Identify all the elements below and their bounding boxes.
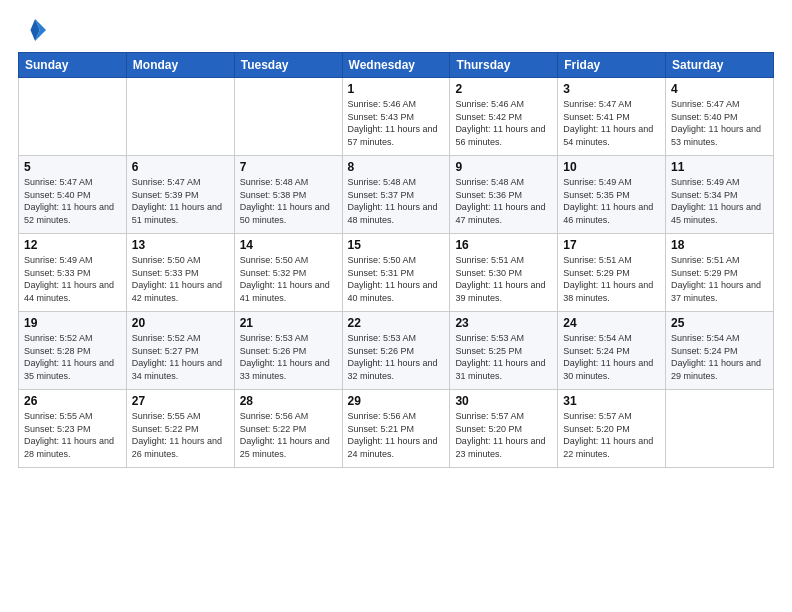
day-number: 12	[24, 238, 121, 252]
calendar-cell: 30Sunrise: 5:57 AM Sunset: 5:20 PM Dayli…	[450, 390, 558, 468]
calendar-week-4: 19Sunrise: 5:52 AM Sunset: 5:28 PM Dayli…	[19, 312, 774, 390]
calendar-table: SundayMondayTuesdayWednesdayThursdayFrid…	[18, 52, 774, 468]
cell-content: Sunrise: 5:47 AM Sunset: 5:40 PM Dayligh…	[24, 176, 121, 226]
calendar-cell: 19Sunrise: 5:52 AM Sunset: 5:28 PM Dayli…	[19, 312, 127, 390]
cell-content: Sunrise: 5:46 AM Sunset: 5:43 PM Dayligh…	[348, 98, 445, 148]
day-number: 19	[24, 316, 121, 330]
calendar-cell: 16Sunrise: 5:51 AM Sunset: 5:30 PM Dayli…	[450, 234, 558, 312]
logo	[18, 16, 48, 44]
day-number: 3	[563, 82, 660, 96]
cell-content: Sunrise: 5:52 AM Sunset: 5:27 PM Dayligh…	[132, 332, 229, 382]
day-number: 22	[348, 316, 445, 330]
calendar-weekday-sunday: Sunday	[19, 53, 127, 78]
calendar-cell	[234, 78, 342, 156]
cell-content: Sunrise: 5:55 AM Sunset: 5:23 PM Dayligh…	[24, 410, 121, 460]
day-number: 9	[455, 160, 552, 174]
day-number: 28	[240, 394, 337, 408]
calendar-cell: 4Sunrise: 5:47 AM Sunset: 5:40 PM Daylig…	[666, 78, 774, 156]
cell-content: Sunrise: 5:52 AM Sunset: 5:28 PM Dayligh…	[24, 332, 121, 382]
cell-content: Sunrise: 5:56 AM Sunset: 5:21 PM Dayligh…	[348, 410, 445, 460]
cell-content: Sunrise: 5:49 AM Sunset: 5:35 PM Dayligh…	[563, 176, 660, 226]
cell-content: Sunrise: 5:50 AM Sunset: 5:33 PM Dayligh…	[132, 254, 229, 304]
day-number: 10	[563, 160, 660, 174]
day-number: 13	[132, 238, 229, 252]
day-number: 11	[671, 160, 768, 174]
day-number: 26	[24, 394, 121, 408]
calendar-week-3: 12Sunrise: 5:49 AM Sunset: 5:33 PM Dayli…	[19, 234, 774, 312]
calendar-cell: 14Sunrise: 5:50 AM Sunset: 5:32 PM Dayli…	[234, 234, 342, 312]
day-number: 25	[671, 316, 768, 330]
day-number: 1	[348, 82, 445, 96]
cell-content: Sunrise: 5:57 AM Sunset: 5:20 PM Dayligh…	[563, 410, 660, 460]
day-number: 16	[455, 238, 552, 252]
cell-content: Sunrise: 5:47 AM Sunset: 5:41 PM Dayligh…	[563, 98, 660, 148]
cell-content: Sunrise: 5:48 AM Sunset: 5:37 PM Dayligh…	[348, 176, 445, 226]
cell-content: Sunrise: 5:51 AM Sunset: 5:29 PM Dayligh…	[563, 254, 660, 304]
day-number: 23	[455, 316, 552, 330]
calendar-cell: 9Sunrise: 5:48 AM Sunset: 5:36 PM Daylig…	[450, 156, 558, 234]
calendar-cell: 12Sunrise: 5:49 AM Sunset: 5:33 PM Dayli…	[19, 234, 127, 312]
calendar-cell: 28Sunrise: 5:56 AM Sunset: 5:22 PM Dayli…	[234, 390, 342, 468]
calendar-cell: 18Sunrise: 5:51 AM Sunset: 5:29 PM Dayli…	[666, 234, 774, 312]
day-number: 6	[132, 160, 229, 174]
cell-content: Sunrise: 5:55 AM Sunset: 5:22 PM Dayligh…	[132, 410, 229, 460]
calendar-cell: 1Sunrise: 5:46 AM Sunset: 5:43 PM Daylig…	[342, 78, 450, 156]
day-number: 15	[348, 238, 445, 252]
day-number: 2	[455, 82, 552, 96]
calendar-cell: 22Sunrise: 5:53 AM Sunset: 5:26 PM Dayli…	[342, 312, 450, 390]
cell-content: Sunrise: 5:54 AM Sunset: 5:24 PM Dayligh…	[671, 332, 768, 382]
calendar-weekday-monday: Monday	[126, 53, 234, 78]
header	[18, 16, 774, 44]
cell-content: Sunrise: 5:51 AM Sunset: 5:29 PM Dayligh…	[671, 254, 768, 304]
day-number: 20	[132, 316, 229, 330]
calendar-cell: 6Sunrise: 5:47 AM Sunset: 5:39 PM Daylig…	[126, 156, 234, 234]
calendar-cell: 10Sunrise: 5:49 AM Sunset: 5:35 PM Dayli…	[558, 156, 666, 234]
cell-content: Sunrise: 5:50 AM Sunset: 5:31 PM Dayligh…	[348, 254, 445, 304]
calendar-cell: 13Sunrise: 5:50 AM Sunset: 5:33 PM Dayli…	[126, 234, 234, 312]
calendar-cell: 29Sunrise: 5:56 AM Sunset: 5:21 PM Dayli…	[342, 390, 450, 468]
day-number: 17	[563, 238, 660, 252]
calendar-week-5: 26Sunrise: 5:55 AM Sunset: 5:23 PM Dayli…	[19, 390, 774, 468]
cell-content: Sunrise: 5:57 AM Sunset: 5:20 PM Dayligh…	[455, 410, 552, 460]
cell-content: Sunrise: 5:48 AM Sunset: 5:38 PM Dayligh…	[240, 176, 337, 226]
cell-content: Sunrise: 5:48 AM Sunset: 5:36 PM Dayligh…	[455, 176, 552, 226]
day-number: 7	[240, 160, 337, 174]
day-number: 27	[132, 394, 229, 408]
calendar-cell: 31Sunrise: 5:57 AM Sunset: 5:20 PM Dayli…	[558, 390, 666, 468]
cell-content: Sunrise: 5:49 AM Sunset: 5:34 PM Dayligh…	[671, 176, 768, 226]
calendar-header-row: SundayMondayTuesdayWednesdayThursdayFrid…	[19, 53, 774, 78]
calendar-weekday-wednesday: Wednesday	[342, 53, 450, 78]
calendar-cell: 24Sunrise: 5:54 AM Sunset: 5:24 PM Dayli…	[558, 312, 666, 390]
day-number: 24	[563, 316, 660, 330]
cell-content: Sunrise: 5:47 AM Sunset: 5:39 PM Dayligh…	[132, 176, 229, 226]
calendar-weekday-tuesday: Tuesday	[234, 53, 342, 78]
day-number: 30	[455, 394, 552, 408]
calendar-cell	[666, 390, 774, 468]
cell-content: Sunrise: 5:53 AM Sunset: 5:26 PM Dayligh…	[240, 332, 337, 382]
calendar-cell: 15Sunrise: 5:50 AM Sunset: 5:31 PM Dayli…	[342, 234, 450, 312]
day-number: 8	[348, 160, 445, 174]
calendar-cell	[19, 78, 127, 156]
day-number: 18	[671, 238, 768, 252]
page: SundayMondayTuesdayWednesdayThursdayFrid…	[0, 0, 792, 612]
cell-content: Sunrise: 5:49 AM Sunset: 5:33 PM Dayligh…	[24, 254, 121, 304]
calendar-cell: 5Sunrise: 5:47 AM Sunset: 5:40 PM Daylig…	[19, 156, 127, 234]
calendar-cell: 23Sunrise: 5:53 AM Sunset: 5:25 PM Dayli…	[450, 312, 558, 390]
calendar-weekday-thursday: Thursday	[450, 53, 558, 78]
calendar-week-2: 5Sunrise: 5:47 AM Sunset: 5:40 PM Daylig…	[19, 156, 774, 234]
calendar-cell	[126, 78, 234, 156]
cell-content: Sunrise: 5:54 AM Sunset: 5:24 PM Dayligh…	[563, 332, 660, 382]
logo-icon	[18, 16, 46, 44]
calendar-cell: 2Sunrise: 5:46 AM Sunset: 5:42 PM Daylig…	[450, 78, 558, 156]
day-number: 21	[240, 316, 337, 330]
day-number: 31	[563, 394, 660, 408]
cell-content: Sunrise: 5:53 AM Sunset: 5:26 PM Dayligh…	[348, 332, 445, 382]
cell-content: Sunrise: 5:50 AM Sunset: 5:32 PM Dayligh…	[240, 254, 337, 304]
calendar-cell: 11Sunrise: 5:49 AM Sunset: 5:34 PM Dayli…	[666, 156, 774, 234]
calendar-cell: 25Sunrise: 5:54 AM Sunset: 5:24 PM Dayli…	[666, 312, 774, 390]
cell-content: Sunrise: 5:47 AM Sunset: 5:40 PM Dayligh…	[671, 98, 768, 148]
calendar-cell: 3Sunrise: 5:47 AM Sunset: 5:41 PM Daylig…	[558, 78, 666, 156]
calendar-weekday-friday: Friday	[558, 53, 666, 78]
day-number: 4	[671, 82, 768, 96]
calendar-cell: 27Sunrise: 5:55 AM Sunset: 5:22 PM Dayli…	[126, 390, 234, 468]
